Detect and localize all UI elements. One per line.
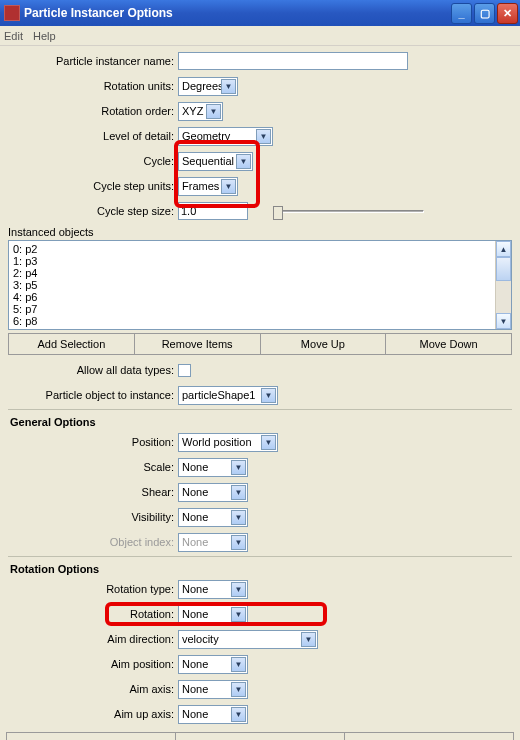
object-index-select: None▼	[178, 533, 248, 552]
menu-edit[interactable]: Edit	[4, 30, 23, 42]
visibility-select[interactable]: None▼	[178, 508, 248, 527]
scale-select[interactable]: None▼	[178, 458, 248, 477]
close-button[interactable]: ✕	[497, 3, 518, 24]
rotation-select[interactable]: None▼	[178, 605, 248, 624]
aim-axis-select[interactable]: None▼	[178, 680, 248, 699]
label-cycle: Cycle:	[6, 155, 178, 167]
move-down-button[interactable]: Move Down	[385, 333, 512, 355]
rotation-order-select[interactable]: XYZ▼	[178, 102, 223, 121]
scroll-up-icon[interactable]: ▲	[496, 241, 511, 257]
cycle-select[interactable]: Sequential▼	[178, 152, 253, 171]
group-general: General Options	[10, 416, 514, 428]
list-item[interactable]: 5: p7	[13, 303, 491, 315]
group-rotation: Rotation Options	[10, 563, 514, 575]
minimize-button[interactable]: _	[451, 3, 472, 24]
label-rotation-units: Rotation units:	[6, 80, 178, 92]
label-shear: Shear:	[6, 486, 178, 498]
label-aim-axis: Aim axis:	[6, 683, 178, 695]
label-instanced-objects: Instanced objects	[8, 226, 514, 238]
label-cycle-units: Cycle step units:	[6, 180, 178, 192]
instanced-objects-list[interactable]: 0: p2 1: p3 2: p4 3: p5 4: p6 5: p7 6: p…	[8, 240, 512, 330]
label-rotation-order: Rotation order:	[6, 105, 178, 117]
instancer-name-input[interactable]	[178, 52, 408, 70]
add-selection-button[interactable]: Add Selection	[8, 333, 135, 355]
list-item[interactable]: 3: p5	[13, 279, 491, 291]
chevron-down-icon: ▼	[231, 607, 246, 622]
scroll-down-icon[interactable]: ▼	[496, 313, 511, 329]
label-particle-object: Particle object to instance:	[6, 389, 178, 401]
shear-select[interactable]: None▼	[178, 483, 248, 502]
chevron-down-icon: ▼	[256, 129, 271, 144]
chevron-down-icon: ▼	[231, 485, 246, 500]
label-aim-up: Aim up axis:	[6, 708, 178, 720]
label-position: Position:	[6, 436, 178, 448]
chevron-down-icon: ▼	[301, 632, 316, 647]
label-lod: Level of detail:	[6, 130, 178, 142]
label-rotation: Rotation:	[6, 608, 178, 620]
label-cycle-size: Cycle step size:	[6, 205, 178, 217]
allow-all-checkbox[interactable]	[178, 364, 191, 377]
aim-position-select[interactable]: None▼	[178, 655, 248, 674]
scroll-thumb[interactable]	[496, 257, 511, 281]
list-item[interactable]: 2: p4	[13, 267, 491, 279]
list-item[interactable]: 0: p2	[13, 243, 491, 255]
chevron-down-icon: ▼	[231, 535, 246, 550]
scrollbar[interactable]: ▲ ▼	[495, 241, 511, 329]
app-icon	[4, 5, 20, 21]
chevron-down-icon: ▼	[206, 104, 221, 119]
chevron-down-icon: ▼	[231, 582, 246, 597]
menubar: Edit Help	[0, 26, 520, 46]
particle-object-select[interactable]: particleShape1▼	[178, 386, 278, 405]
aim-direction-select[interactable]: velocity▼	[178, 630, 318, 649]
chevron-down-icon: ▼	[231, 657, 246, 672]
remove-items-button[interactable]: Remove Items	[134, 333, 261, 355]
label-allow-all: Allow all data types:	[6, 364, 178, 376]
label-visibility: Visibility:	[6, 511, 178, 523]
titlebar: Particle Instancer Options _ ▢ ✕	[0, 0, 520, 26]
list-item[interactable]: 1: p3	[13, 255, 491, 267]
create-button[interactable]: Create	[6, 732, 176, 740]
label-scale: Scale:	[6, 461, 178, 473]
menu-help[interactable]: Help	[33, 30, 56, 42]
chevron-down-icon: ▼	[231, 460, 246, 475]
chevron-down-icon: ▼	[221, 79, 236, 94]
chevron-down-icon: ▼	[231, 682, 246, 697]
label-object-index: Object index:	[6, 536, 178, 548]
aim-up-select[interactable]: None▼	[178, 705, 248, 724]
slider-thumb[interactable]	[273, 206, 283, 220]
list-item[interactable]: 6: p8	[13, 315, 491, 327]
label-aim-direction: Aim direction:	[6, 633, 178, 645]
label-aim-position: Aim position:	[6, 658, 178, 670]
scroll-track[interactable]	[496, 281, 511, 313]
window-title: Particle Instancer Options	[24, 6, 451, 20]
chevron-down-icon: ▼	[261, 435, 276, 450]
chevron-down-icon: ▼	[221, 179, 236, 194]
label-instancer-name: Particle instancer name:	[6, 55, 178, 67]
chevron-down-icon: ▼	[231, 510, 246, 525]
maximize-button[interactable]: ▢	[474, 3, 495, 24]
rotation-units-select[interactable]: Degrees▼	[178, 77, 238, 96]
rotation-type-select[interactable]: None▼	[178, 580, 248, 599]
cycle-size-input[interactable]	[178, 202, 248, 220]
close-dialog-button[interactable]: Close	[344, 732, 514, 740]
chevron-down-icon: ▼	[236, 154, 251, 169]
label-rotation-type: Rotation type:	[6, 583, 178, 595]
apply-button[interactable]: Apply	[175, 732, 345, 740]
list-item[interactable]: 4: p6	[13, 291, 491, 303]
position-select[interactable]: World position▼	[178, 433, 278, 452]
cycle-size-slider[interactable]	[274, 210, 424, 213]
chevron-down-icon: ▼	[231, 707, 246, 722]
move-up-button[interactable]: Move Up	[260, 333, 387, 355]
lod-select[interactable]: Geometry▼	[178, 127, 273, 146]
chevron-down-icon: ▼	[261, 388, 276, 403]
cycle-units-select[interactable]: Frames▼	[178, 177, 238, 196]
list-content: 0: p2 1: p3 2: p4 3: p5 4: p6 5: p7 6: p…	[9, 241, 495, 329]
